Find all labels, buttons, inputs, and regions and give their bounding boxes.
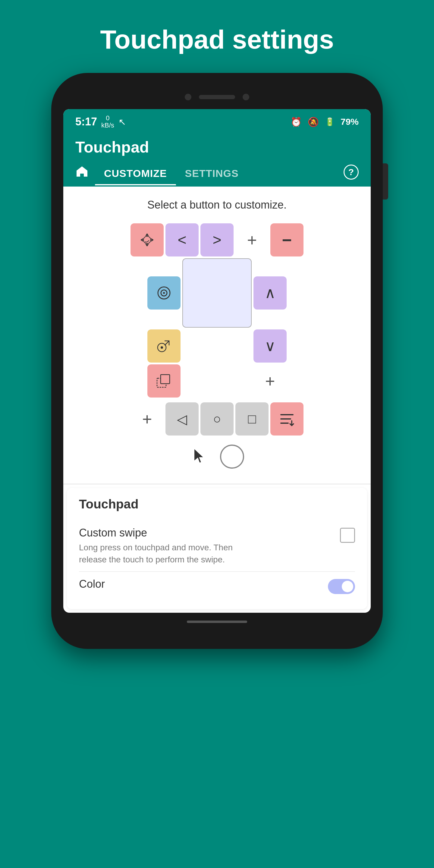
cursor-pointer-icon <box>190 445 211 468</box>
grid-row-3: ∨ <box>147 330 287 363</box>
grid-row-bottom: + ◁ ○ □ <box>130 402 304 435</box>
add-button-2[interactable]: + <box>253 364 287 398</box>
color-text: Color <box>79 578 328 590</box>
alarm-icon: ⏰ <box>290 117 302 127</box>
home-indicator <box>187 621 247 623</box>
select-button[interactable] <box>147 364 181 398</box>
minus-button[interactable]: − <box>270 223 304 256</box>
bottom-icons-row <box>72 444 362 475</box>
large-circle-icon <box>220 444 244 469</box>
svg-point-0 <box>144 236 151 244</box>
svg-point-3 <box>163 292 165 294</box>
grid-row-2: ∧ <box>147 258 287 328</box>
back-nav-button[interactable]: ◁ <box>165 402 198 435</box>
front-camera <box>185 94 191 100</box>
move-button[interactable] <box>130 223 164 256</box>
color-label: Color <box>79 578 328 590</box>
custom-swipe-row: Custom swipe Long press on touchpad and … <box>79 521 355 571</box>
app-header: Touchpad CUSTOMIZE SETTINGS ? <box>63 132 371 187</box>
status-time: 5:17 <box>75 116 97 128</box>
notch-sensor <box>243 94 249 100</box>
phone-bottom <box>63 613 371 631</box>
select-prompt: Select a button to customize. <box>72 198 362 211</box>
color-row: Color <box>79 572 355 600</box>
grid-row-4: + <box>147 364 287 398</box>
section-divider <box>63 484 371 484</box>
home-nav-button[interactable]: ○ <box>200 402 234 435</box>
touchpad-settings-title: Touchpad <box>79 497 355 512</box>
phone-notch <box>63 85 371 109</box>
home-tab-button[interactable] <box>75 162 95 187</box>
record-button[interactable] <box>147 276 181 310</box>
add-button-1[interactable]: + <box>236 223 269 256</box>
up-button[interactable]: ∧ <box>253 276 287 310</box>
app-title: Touchpad <box>75 138 359 156</box>
custom-swipe-text: Custom swipe Long press on touchpad and … <box>79 527 340 565</box>
touchpad-settings-section: Touchpad Custom swipe Long press on touc… <box>67 488 367 609</box>
battery-icon: 🔋 <box>325 117 335 127</box>
tab-bar: CUSTOMIZE SETTINGS ? <box>75 162 359 187</box>
notch-speaker <box>199 95 235 99</box>
phone-screen: 5:17 0kB/s ↖ ⏰ 🔕 🔋 79% Touchpad <box>63 109 371 613</box>
goto-button[interactable] <box>147 330 181 363</box>
custom-swipe-desc: Long press on touchpad and move. Then re… <box>79 541 248 565</box>
status-data: 0kB/s <box>101 115 114 129</box>
bell-off-icon: 🔕 <box>308 117 319 127</box>
button-grid: < > + − <box>72 223 362 435</box>
status-bar: 5:17 0kB/s ↖ ⏰ 🔕 🔋 79% <box>63 109 371 132</box>
custom-swipe-checkbox[interactable] <box>340 528 355 543</box>
side-button[interactable] <box>383 163 388 199</box>
page-title: Touchpad settings <box>100 24 334 55</box>
add-button-3[interactable]: + <box>130 402 164 435</box>
help-button[interactable]: ? <box>344 164 359 180</box>
battery-percent: 79% <box>341 117 359 127</box>
color-toggle[interactable] <box>328 579 355 594</box>
recent-nav-button[interactable]: □ <box>236 402 269 435</box>
svg-rect-7 <box>161 375 170 384</box>
center-touchpad[interactable] <box>182 258 252 328</box>
down-button[interactable]: ∨ <box>253 330 287 363</box>
cursor-status-icon: ↖ <box>119 117 126 127</box>
menu-button[interactable] <box>270 402 304 435</box>
svg-point-5 <box>161 346 163 349</box>
grid-row-1: < > + − <box>130 223 304 256</box>
right-button[interactable]: > <box>200 223 234 256</box>
customize-tab[interactable]: CUSTOMIZE <box>95 163 176 185</box>
custom-swipe-label: Custom swipe <box>79 527 340 539</box>
settings-tab[interactable]: SETTINGS <box>176 163 248 185</box>
content-area: Select a button to customize. <box>63 187 371 484</box>
left-button[interactable]: < <box>165 223 198 256</box>
